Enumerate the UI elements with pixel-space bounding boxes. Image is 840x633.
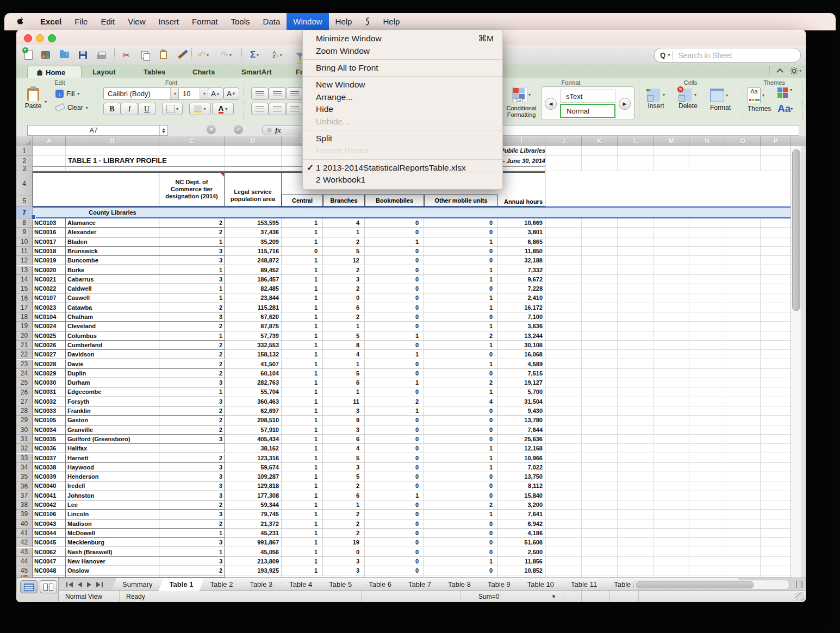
cell[interactable] — [618, 378, 654, 387]
cell[interactable] — [582, 237, 618, 247]
cell[interactable] — [582, 312, 618, 322]
cell[interactable] — [725, 557, 761, 566]
font-color-button[interactable]: A▾ — [212, 103, 234, 115]
cell-tier[interactable] — [159, 444, 225, 453]
cell-central[interactable]: 1 — [282, 312, 323, 322]
cell-tier[interactable]: 1 — [159, 293, 225, 303]
cell-other_mobile_units[interactable]: 1 — [424, 322, 498, 331]
sort-dropdown-arrow[interactable]: ▾ — [280, 53, 282, 58]
sheet-tab-table-9[interactable]: Table 9 — [477, 578, 521, 591]
cell-annual_hours[interactable]: 7,515 — [498, 369, 545, 378]
cell-other_mobile_units[interactable]: 2 — [424, 331, 498, 341]
tab-layout[interactable]: Layout — [84, 66, 125, 78]
cell[interactable] — [654, 548, 689, 557]
cell[interactable] — [618, 500, 654, 510]
row-header-1[interactable]: 1 — [16, 146, 33, 156]
cell-code[interactable]: NC0041 — [33, 491, 66, 500]
format-painter-button[interactable] — [174, 48, 189, 62]
cell[interactable] — [582, 266, 618, 275]
menu-item-1-2013-2014statisticalreportstable-xlsx[interactable]: ✓1 2013-2014StatisticalReportsTable.xlsx — [303, 162, 502, 174]
cell[interactable] — [545, 284, 582, 293]
insert-cells-button[interactable]: ⬅▾ Insert — [647, 89, 665, 110]
cell-county[interactable]: Chatham — [66, 312, 159, 322]
cell[interactable] — [618, 463, 654, 472]
cell[interactable] — [725, 275, 761, 284]
cell[interactable] — [761, 350, 791, 359]
copy-button[interactable] — [137, 48, 152, 62]
accept-entry-button[interactable]: ✓ — [234, 125, 243, 134]
cell[interactable] — [654, 500, 689, 510]
menu-window[interactable]: Window — [287, 13, 328, 30]
fill-color-button[interactable]: ▾ — [189, 103, 211, 115]
cell[interactable] — [618, 481, 654, 491]
horizontal-scrollbar[interactable] — [633, 580, 789, 590]
cell-other_mobile_units[interactable]: 0 — [424, 519, 498, 529]
cell[interactable] — [618, 548, 654, 557]
cell-annual_hours[interactable]: 19,127 — [498, 378, 545, 387]
cell[interactable] — [761, 416, 791, 425]
cell[interactable] — [582, 303, 618, 312]
cell[interactable] — [761, 303, 791, 312]
cell-tier[interactable]: 3 — [159, 463, 225, 472]
cell[interactable] — [582, 341, 618, 350]
menu-item-zoom-window[interactable]: Zoom Window — [303, 45, 502, 57]
search-options-arrow[interactable]: ▾ — [668, 53, 670, 58]
theme-colors-button[interactable]: ▾ — [777, 87, 792, 92]
cell[interactable] — [618, 519, 654, 529]
cell[interactable] — [618, 538, 654, 547]
cell-tier[interactable]: 1 — [159, 548, 225, 557]
paste-button[interactable] — [155, 48, 171, 62]
header-bookmobiles-cell[interactable]: Bookmobiles — [365, 195, 424, 206]
cell[interactable] — [725, 266, 761, 275]
ribbon-settings-button[interactable]: ▾ — [790, 67, 801, 75]
cell[interactable] — [761, 247, 791, 256]
cell-branches[interactable]: 5 — [323, 369, 365, 378]
cell-population[interactable]: 123,316 — [225, 454, 282, 463]
cell-other_mobile_units[interactable]: 1 — [424, 266, 498, 275]
minimize-window-button[interactable] — [36, 34, 44, 42]
section-label-cell[interactable]: County Libraries — [66, 208, 159, 217]
cell-annual_hours[interactable]: 32,188 — [498, 256, 545, 265]
cell-central[interactable]: 1 — [282, 548, 323, 557]
cell-branches[interactable]: 2 — [323, 481, 365, 491]
cell-tier[interactable]: 3 — [159, 378, 225, 387]
column-header-D[interactable]: D — [225, 136, 282, 146]
cell[interactable] — [582, 397, 618, 406]
vertical-scrollbar-thumb[interactable] — [792, 149, 800, 311]
delete-cells-button[interactable]: ✕▾ Delete — [679, 89, 698, 110]
cell-county[interactable]: Franklin — [66, 406, 159, 416]
cell-code[interactable]: NC0042 — [33, 500, 66, 510]
cell-bookmobiles[interactable]: 0 — [365, 284, 424, 293]
cell[interactable] — [761, 463, 791, 472]
cell[interactable] — [618, 247, 654, 256]
sheet-tab-table-11[interactable]: Table 11 — [560, 578, 608, 591]
cell[interactable] — [654, 247, 689, 256]
cell-annual_hours[interactable]: 13,244 — [498, 331, 545, 341]
resize-grip[interactable] — [795, 592, 804, 601]
cell-central[interactable]: 1 — [282, 416, 323, 425]
cell-code[interactable]: NC0047 — [33, 557, 66, 566]
row-header-7[interactable]: 7 — [16, 206, 33, 218]
cell[interactable] — [654, 397, 689, 406]
column-header-B[interactable]: B — [66, 136, 159, 146]
cell[interactable] — [618, 322, 654, 331]
clear-button[interactable]: Clear ▾ — [55, 104, 88, 111]
row-header-4[interactable]: 4 — [16, 171, 33, 196]
column-header-I[interactable]: I — [498, 136, 545, 146]
row-header-26[interactable]: 26 — [16, 387, 33, 397]
cell-annual_hours[interactable]: 2,500 — [498, 548, 545, 557]
cell-other_mobile_units[interactable]: 0 — [424, 256, 498, 265]
cell[interactable] — [618, 293, 654, 303]
cell-population[interactable]: 991,867 — [225, 538, 282, 547]
cell-code[interactable]: NC0021 — [33, 275, 66, 284]
cell-bookmobiles[interactable]: 0 — [365, 481, 424, 491]
cell[interactable] — [654, 369, 689, 378]
cell-population[interactable]: 45,231 — [225, 529, 282, 538]
cell[interactable] — [654, 284, 689, 293]
cell[interactable] — [689, 228, 725, 237]
row-header-23[interactable]: 23 — [16, 360, 33, 369]
align-middle-button[interactable] — [269, 87, 286, 100]
cell[interactable] — [761, 510, 791, 519]
cell-population[interactable]: 87,875 — [225, 322, 282, 331]
cell-population[interactable]: 109,287 — [225, 472, 282, 481]
